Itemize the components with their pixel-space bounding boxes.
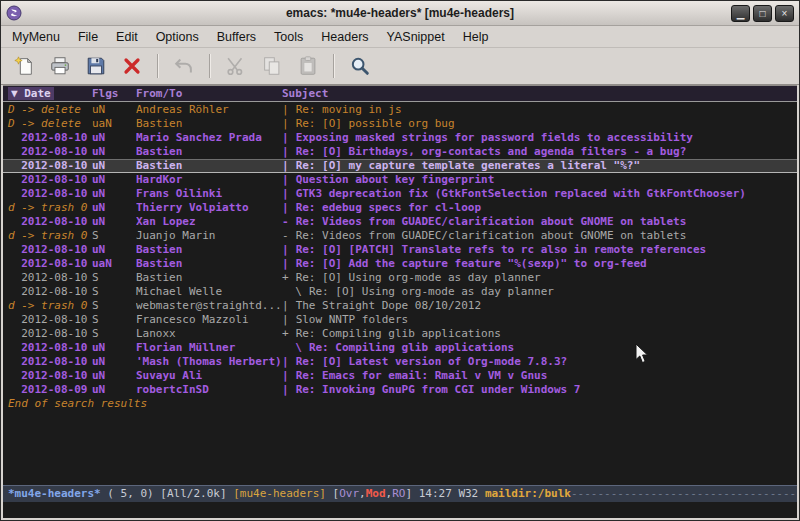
modeline-segment: , [359, 486, 366, 502]
end-of-results: End of search results [3, 397, 797, 411]
message-subject: Re: edebug specs for cl-loop [289, 201, 797, 215]
message-row[interactable]: d -> trash 0 uN Thierry Volpiatto | Re: … [3, 201, 797, 215]
message-row[interactable]: 2012-08-09 uN robertcInSD | Re: Invoking… [3, 383, 797, 397]
message-from: 'Mash (Thomas Herbert) [136, 355, 282, 369]
close-buffer-button[interactable] [117, 52, 147, 80]
maximize-button[interactable]: □ [753, 5, 772, 22]
modeline-segment: 14:27 W32 [419, 486, 485, 502]
message-date: 2012-08-09 [8, 383, 92, 397]
message-from: Bastien [136, 117, 282, 131]
menu-item[interactable]: MyMenu [3, 27, 69, 47]
message-row[interactable]: 2012-08-10 uN Bastien | Re: [O] [PATCH] … [3, 243, 797, 257]
message-row[interactable]: 2012-08-10 uN Bastien | Re: [O] Birthday… [3, 145, 797, 159]
message-subject: Re: [O] Add the capture feature "%(sexp)… [289, 257, 797, 271]
menu-item[interactable]: Buffers [208, 27, 265, 47]
modeline-segment: RO [392, 486, 405, 502]
message-from: Bastien [136, 243, 282, 257]
message-subject: Re: [O] Using org-mode as day planner [289, 271, 797, 285]
menu-item[interactable]: Headers [312, 27, 377, 47]
menu-item[interactable]: File [69, 27, 107, 47]
message-flags: uN [92, 173, 136, 187]
close-button[interactable]: × [775, 5, 794, 22]
thread-indicator: | [282, 145, 289, 159]
message-subject: Slow NNTP folders [289, 313, 797, 327]
header-subject[interactable]: Subject [282, 86, 328, 102]
message-date: 2012-08-10 [8, 355, 92, 369]
message-date: D -> delete [8, 117, 92, 131]
message-date: d -> trash 0 [8, 201, 92, 215]
thread-indicator: | [282, 117, 289, 131]
message-row[interactable]: 2012-08-10 uN Mario Sanchez Prada | Expo… [3, 131, 797, 145]
header-from[interactable]: From/To [136, 86, 282, 102]
message-flags: uaN [92, 117, 136, 131]
emacs-icon[interactable] [6, 5, 22, 21]
minimize-button[interactable]: ▁ [731, 5, 750, 22]
new-file-icon [13, 55, 35, 77]
message-flags: uN [92, 355, 136, 369]
message-row[interactable]: 2012-08-10 S Michael Welle \ Re: [O] Usi… [3, 285, 797, 299]
toolbar-separator [157, 54, 159, 78]
message-row[interactable]: D -> delete uaN Bastien | Re: [O] possib… [3, 117, 797, 131]
thread-indicator: | [282, 299, 289, 313]
header-date[interactable]: ▼ Date [8, 86, 92, 102]
menu-item[interactable]: Help [454, 27, 498, 47]
print-button[interactable] [45, 52, 75, 80]
message-flags: S [92, 313, 136, 327]
header-flags[interactable]: Flgs [92, 86, 136, 102]
emacs-window: emacs: *mu4e-headers* [mu4e-headers] ▁ □… [0, 0, 800, 521]
message-date: 2012-08-10 [8, 341, 92, 355]
message-from: robertcInSD [136, 383, 282, 397]
message-row[interactable]: 2012-08-10 S Bastien + Re: [O] Using org… [3, 271, 797, 285]
message-row[interactable]: D -> delete uN Andreas Röhler | Re: movi… [3, 103, 797, 117]
message-date: 2012-08-10 [8, 313, 92, 327]
menu-bar: MyMenu File Edit Options Buffers Tools H… [1, 26, 799, 48]
search-icon [349, 55, 371, 77]
menu-item[interactable]: YASnippet [378, 27, 454, 47]
save-button[interactable] [81, 52, 111, 80]
message-subject: Re: Compiling glib applications [302, 341, 797, 355]
message-flags: S [92, 327, 136, 341]
search-button[interactable] [345, 52, 375, 80]
message-row[interactable]: 2012-08-10 uaN Bastien | Re: [O] Add the… [3, 257, 797, 271]
message-row[interactable]: 2012-08-10 uN 'Mash (Thomas Herbert) | R… [3, 355, 797, 369]
menu-item[interactable]: Tools [265, 27, 312, 47]
message-flags: uN [92, 243, 136, 257]
modeline-segment: *mu4e-headers* [8, 486, 101, 502]
menu-item[interactable]: Options [147, 27, 208, 47]
message-from: Lanoxx [136, 327, 282, 341]
message-flags: uN [92, 145, 136, 159]
message-from: Bastien [136, 257, 282, 271]
message-row[interactable]: 2012-08-10 uN Bastien | Re: [O] my captu… [3, 159, 797, 173]
message-date: d -> trash 0 [8, 229, 92, 243]
title-bar[interactable]: emacs: *mu4e-headers* [mu4e-headers] ▁ □… [1, 1, 799, 26]
window-controls: ▁ □ × [731, 5, 794, 22]
message-row[interactable]: 2012-08-10 uN HardKor | Question about k… [3, 173, 797, 187]
print-icon [49, 55, 71, 77]
message-date: 2012-08-10 [8, 327, 92, 341]
message-subject: Re: [O] [PATCH] Translate refs to rc als… [289, 243, 797, 257]
thread-indicator: | [282, 369, 289, 383]
message-row[interactable]: 2012-08-10 uN Xan Lopez - Re: Videos fro… [3, 215, 797, 229]
thread-indicator: | [282, 383, 289, 397]
menu-item[interactable]: Edit [107, 27, 147, 47]
message-row[interactable]: 2012-08-10 S Francesco Mazzoli | Slow NN… [3, 313, 797, 327]
message-flags: uaN [92, 257, 136, 271]
echo-area[interactable] [3, 502, 797, 518]
message-row[interactable]: 2012-08-10 S Lanoxx + Re: Compiling glib… [3, 327, 797, 341]
message-row[interactable]: 2012-08-10 uN Suvayu Ali | Re: Emacs for… [3, 369, 797, 383]
thread-indicator: | [282, 103, 289, 117]
paste-button [293, 52, 323, 80]
thread-indicator: | [282, 173, 289, 187]
paste-icon [297, 55, 319, 77]
new-file-button[interactable] [9, 52, 39, 80]
message-date: 2012-08-10 [8, 131, 92, 145]
message-subject: Re: Videos from GUADEC/clarification abo… [289, 229, 797, 243]
thread-indicator: + [282, 327, 289, 341]
message-date: 2012-08-10 [8, 243, 92, 257]
message-row[interactable]: 2012-08-10 uN Florian Müllner \ Re: Comp… [3, 341, 797, 355]
thread-indicator: | [282, 355, 289, 369]
message-row[interactable]: d -> trash 0 S Juanjo Marin - Re: Videos… [3, 229, 797, 243]
message-row[interactable]: 2012-08-10 uN Frans Oilinki | GTK3 depre… [3, 187, 797, 201]
message-from: Michael Welle [136, 285, 282, 299]
message-row[interactable]: d -> trash 0 S webmaster@straightd... | … [3, 299, 797, 313]
